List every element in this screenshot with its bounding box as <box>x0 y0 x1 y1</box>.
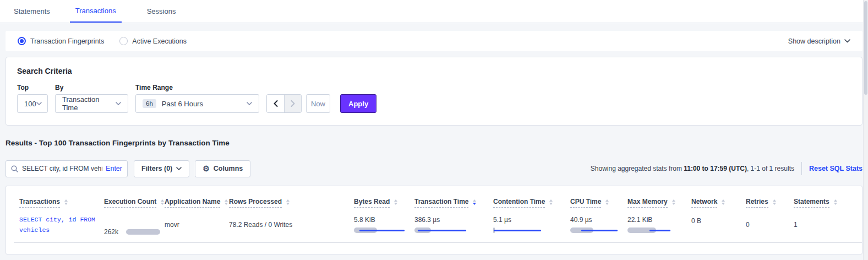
now-button[interactable]: Now <box>306 94 330 113</box>
transaction-time-bar <box>414 227 465 234</box>
scrollbar-thumb[interactable] <box>864 1 867 95</box>
time-range-step-buttons <box>266 94 302 113</box>
vertical-scrollbar <box>863 0 868 260</box>
by-select[interactable]: Transaction Time <box>55 94 128 113</box>
sort-icon <box>605 199 609 205</box>
column-header-application-name[interactable]: Application Name <box>165 198 229 208</box>
results-table: Transactions Execution Count Application… <box>6 186 862 254</box>
column-header-execution-count[interactable]: Execution Count <box>104 198 165 208</box>
radio-selected-icon <box>18 37 26 45</box>
radio-label: Active Executions <box>132 37 187 45</box>
cell-max-memory: 22.1 KiB <box>627 215 691 242</box>
columns-button[interactable]: ⚙ Columns <box>195 160 250 177</box>
column-header-network[interactable]: Network <box>691 198 746 208</box>
contention-time-bar <box>493 227 544 234</box>
aggregated-stats-text: Showing aggregated stats from 11:00 to 1… <box>591 165 794 172</box>
sort-icon <box>394 199 397 205</box>
tab-sessions[interactable]: Sessions <box>147 0 176 23</box>
by-label: By <box>55 84 128 91</box>
cell-execution-count: 262k <box>104 215 165 242</box>
column-header-bytes-read[interactable]: Bytes Read <box>354 198 414 208</box>
sort-icon <box>722 199 725 205</box>
page-tabs: Statements Transactions Sessions <box>0 0 868 23</box>
cell-network: 0 B <box>691 215 746 242</box>
column-header-rows-processed[interactable]: Rows Processed <box>229 198 354 208</box>
chevron-down-icon <box>36 102 42 105</box>
top-select[interactable]: 100 <box>17 94 48 113</box>
results-heading: Results - Top 100 Transaction Fingerprin… <box>6 139 868 147</box>
sql-search-box[interactable]: Enter <box>6 160 128 177</box>
sort-icon <box>834 199 837 205</box>
tab-statements[interactable]: Statements <box>14 0 50 23</box>
cell-transactions: SELECT city, id FROM vehicles <box>19 215 104 242</box>
column-header-transaction-time[interactable]: Transaction Time <box>414 198 493 208</box>
bytes-read-bar <box>354 227 405 234</box>
enter-button[interactable]: Enter <box>106 165 122 172</box>
column-header-contention-time[interactable]: Contention Time <box>493 198 570 208</box>
cell-rows-processed: 78.2 Reads / 0 Writes <box>229 215 354 242</box>
view-toggle-bar: Transaction Fingerprints Active Executio… <box>6 31 862 51</box>
column-header-max-memory[interactable]: Max Memory <box>627 198 691 208</box>
apply-button[interactable]: Apply <box>340 94 376 113</box>
filters-button[interactable]: Filters (0) <box>134 160 189 177</box>
reset-sql-stats-link[interactable]: Reset SQL Stats <box>809 165 862 172</box>
search-input[interactable] <box>22 165 102 172</box>
sort-icon <box>161 199 164 205</box>
column-header-statements[interactable]: Statements <box>794 198 862 208</box>
table-row: SELECT city, id FROM vehicles 262k movr … <box>6 214 862 242</box>
time-range-badge: 6h <box>143 99 156 108</box>
column-header-cpu-time[interactable]: CPU Time <box>570 198 627 208</box>
cell-cpu-time: 40.9 µs <box>570 215 627 242</box>
sort-icon <box>549 199 553 205</box>
cpu-time-bar <box>570 227 621 234</box>
search-criteria-title: Search Criteria <box>17 67 851 75</box>
cell-application-name: movr <box>165 215 229 242</box>
max-memory-bar <box>627 227 678 234</box>
chevron-down-icon <box>116 102 121 105</box>
transaction-fingerprint-link[interactable]: SELECT city, id FROM vehicles <box>19 215 102 236</box>
radio-label: Transaction Fingerprints <box>30 37 104 45</box>
results-toolbar: Enter Filters (0) ⚙ Columns Showing aggr… <box>6 160 862 177</box>
top-label: Top <box>17 84 48 91</box>
sort-icon <box>286 199 290 205</box>
column-header-transactions[interactable]: Transactions <box>19 198 104 208</box>
previous-interval-button[interactable] <box>267 95 284 112</box>
execution-count-bar <box>126 229 161 235</box>
cell-contention-time: 5.1 µs <box>493 215 570 242</box>
chevron-down-icon <box>844 39 850 43</box>
row-separator <box>14 242 862 243</box>
radio-transaction-fingerprints[interactable]: Transaction Fingerprints <box>18 37 104 45</box>
radio-unselected-icon <box>119 37 128 45</box>
chevron-right-icon <box>291 100 295 107</box>
search-criteria-card: Search Criteria Top 100 By Transaction T… <box>6 57 862 126</box>
time-range-label: Time Range <box>135 84 259 91</box>
chevron-down-icon <box>176 167 182 170</box>
table-header-row: Transactions Execution Count Application… <box>6 186 862 214</box>
show-description-toggle[interactable]: Show description <box>788 37 850 45</box>
sort-icon <box>773 199 776 205</box>
cell-statements: 1 <box>794 215 862 242</box>
chevron-down-icon <box>247 102 252 105</box>
vertical-divider <box>801 162 802 175</box>
chevron-left-icon <box>274 100 278 107</box>
sort-icon <box>225 199 228 205</box>
time-range-select[interactable]: 6h Past 6 Hours <box>135 94 259 113</box>
search-icon <box>11 165 18 172</box>
sort-icon <box>64 199 68 205</box>
sort-desc-icon <box>473 199 476 205</box>
gear-icon: ⚙ <box>203 165 210 172</box>
sort-icon <box>672 199 675 205</box>
cell-bytes-read: 5.8 KiB <box>354 215 414 242</box>
tab-transactions[interactable]: Transactions <box>70 0 122 23</box>
cell-retries: 0 <box>746 215 794 242</box>
radio-active-executions[interactable]: Active Executions <box>119 37 187 45</box>
next-interval-button[interactable] <box>284 95 301 112</box>
column-header-retries[interactable]: Retries <box>746 198 794 208</box>
cell-transaction-time: 386.3 µs <box>414 215 493 242</box>
